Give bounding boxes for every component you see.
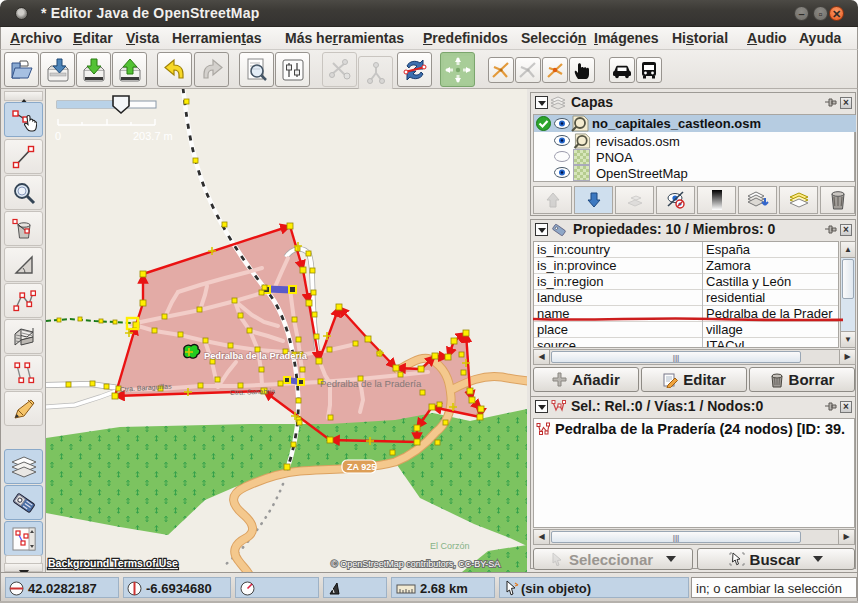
svg-text:El Corzón: El Corzón	[430, 541, 470, 551]
svg-text:Background Terms of Use: Background Terms of Use	[48, 557, 178, 569]
svg-text:Pedralba de la Pradería: Pedralba de la Pradería	[204, 351, 308, 361]
svg-text:Pedralba de la Pradería: Pedralba de la Pradería	[320, 378, 422, 389]
svg-text:ZA 925: ZA 925	[347, 462, 376, 472]
svg-text:© OpenStreetMap contributors,: © OpenStreetMap contributors, CC-BY-SA	[331, 559, 500, 569]
svg-text:0: 0	[55, 130, 61, 142]
svg-text:203.7 m: 203.7 m	[133, 130, 173, 142]
